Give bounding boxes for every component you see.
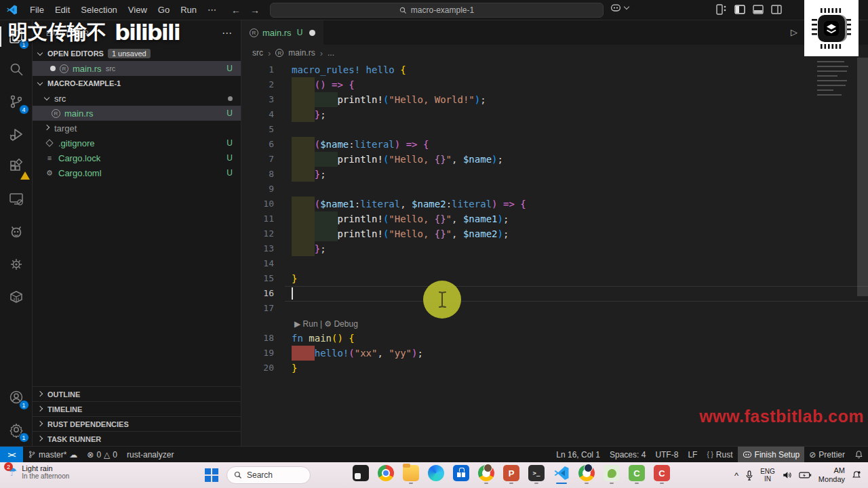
activitybar-containers[interactable]: [0, 281, 33, 313]
branch-name: master*: [39, 450, 66, 460]
activitybar-search[interactable]: [0, 53, 33, 85]
open-editor-main-rs[interactable]: R main.rs src U: [33, 61, 241, 76]
customize-layout-button[interactable]: [716, 4, 727, 15]
tree-file-main-rs[interactable]: R main.rs U: [33, 106, 241, 121]
language-mode-status[interactable]: { } Rust: [702, 447, 737, 463]
taskbar-file-explorer[interactable]: [403, 465, 419, 484]
weather-widget[interactable]: ☂2 Light rain In the afternoon: [7, 464, 69, 480]
pip-video-overlay[interactable]: [804, 0, 859, 56]
tree-file-cargo-lock[interactable]: ≡ Cargo.lock U: [33, 150, 241, 165]
eol-status[interactable]: LF: [683, 447, 702, 463]
taskbar-chrome-profile-2[interactable]: [578, 465, 595, 484]
menu-go[interactable]: Go: [153, 5, 175, 15]
code-area[interactable]: 1macro_rules! hello {2 () => {3 println!…: [241, 62, 868, 375]
breadcrumb-file[interactable]: main.rs: [288, 48, 315, 58]
toggle-sidebar-left-button[interactable]: [734, 4, 745, 15]
menu-run[interactable]: Run: [175, 5, 202, 15]
tree-file-gitignore[interactable]: .gitignore U: [33, 136, 241, 150]
folder-label: target: [54, 123, 77, 134]
taskbar-edge[interactable]: [428, 465, 444, 484]
panel-rust-dependencies[interactable]: RUST DEPENDENCIES: [33, 416, 241, 431]
finish-setup-button[interactable]: Finish Setup: [738, 447, 805, 463]
menu-file[interactable]: File: [24, 5, 50, 15]
problems-status[interactable]: ⊗0 △0: [82, 447, 122, 463]
panel-outline[interactable]: OUTLINE: [33, 386, 241, 401]
code-line: 16: [241, 286, 868, 301]
tree-folder-src[interactable]: src: [33, 91, 241, 106]
taskbar-camtasia-green[interactable]: C: [629, 465, 645, 484]
activitybar-remote-explorer[interactable]: [0, 183, 33, 216]
taskbar-powerpoint[interactable]: P: [503, 465, 519, 484]
taskbar-terminal[interactable]: >_: [528, 465, 545, 484]
start-button[interactable]: [205, 468, 218, 482]
activitybar-build-tools[interactable]: [0, 248, 33, 281]
activitybar-source-control[interactable]: 4: [0, 85, 33, 118]
taskbar-chrome-profile[interactable]: [478, 465, 494, 484]
gear-burst-icon: [8, 256, 24, 272]
menu-edit[interactable]: Edit: [50, 5, 75, 15]
tray-expand-button[interactable]: ^: [734, 470, 738, 481]
menu-view[interactable]: View: [123, 5, 153, 15]
language-switcher[interactable]: ENG IN: [760, 468, 775, 483]
indentation-status[interactable]: Spaces: 4: [605, 447, 650, 463]
rust-analyzer-status[interactable]: rust-analyzer: [122, 447, 178, 463]
taskbar-search[interactable]: Search: [226, 466, 311, 484]
speaker-icon[interactable]: [782, 470, 792, 480]
taskbar-task-view[interactable]: [353, 465, 369, 484]
tree-file-cargo-toml[interactable]: ⚙ Cargo.toml U: [33, 165, 241, 180]
battery-icon[interactable]: [799, 471, 812, 479]
run-debug-codelens[interactable]: ▶ Run | ⚙ Debug: [292, 319, 358, 329]
open-editors-header[interactable]: OPEN EDITORS 1 unsaved: [33, 46, 241, 61]
tab-main-rs[interactable]: R main.rs U: [241, 20, 323, 45]
panel-task-runner[interactable]: TASK RUNNER: [33, 431, 241, 446]
taskbar-notepad[interactable]: [604, 465, 620, 484]
git-branch-status[interactable]: master* ☁: [23, 447, 82, 463]
microphone-icon[interactable]: [745, 470, 753, 481]
notifications-bell-button[interactable]: [850, 447, 868, 463]
tree-folder-target[interactable]: target: [33, 121, 241, 136]
menu-selection[interactable]: Selection: [75, 5, 122, 15]
activitybar-extensions[interactable]: [0, 150, 33, 183]
nav-forward-button[interactable]: →: [250, 5, 260, 16]
language-bottom: IN: [760, 475, 775, 483]
run-file-button[interactable]: ▷: [791, 27, 797, 37]
code-line: 11 println!("Hello, {}", $name1);: [241, 211, 868, 226]
taskbar-store[interactable]: [453, 465, 469, 484]
activitybar-explorer[interactable]: 1: [0, 20, 33, 53]
activitybar-accounts[interactable]: 1: [0, 381, 33, 413]
toml-file-icon: ⚙: [45, 168, 54, 178]
project-section-header[interactable]: MACRO-EXAMPLE-1: [33, 76, 241, 91]
taskbar-vscode[interactable]: [553, 465, 570, 484]
panel-timeline[interactable]: TIMELINE: [33, 401, 241, 416]
minimap[interactable]: [817, 61, 852, 99]
activitybar-settings[interactable]: 1: [0, 413, 33, 446]
copilot-menu-button[interactable]: [610, 3, 630, 13]
toggle-sidebar-right-button[interactable]: [771, 4, 782, 15]
cursor-position-status[interactable]: Ln 16, Col 1: [551, 447, 605, 463]
notification-bell-icon[interactable]: [852, 470, 861, 480]
tab-modified-dot[interactable]: [309, 30, 315, 36]
sidebar-more-actions-button[interactable]: ⋯: [222, 27, 233, 39]
indent-guide-block: [292, 137, 315, 152]
taskbar-chrome[interactable]: [378, 465, 394, 484]
folder-label: src: [54, 94, 66, 104]
breadcrumb-symbol[interactable]: ...: [328, 48, 334, 58]
clock[interactable]: AM Monday: [818, 466, 845, 484]
activitybar-bug-tool[interactable]: [0, 216, 33, 248]
breadcrumb-src[interactable]: src: [252, 48, 263, 58]
remote-indicator-button[interactable]: ><: [0, 447, 23, 463]
codelens-row[interactable]: ▶ Run | ⚙ Debug: [241, 316, 868, 331]
command-center-search[interactable]: macro-example-1: [270, 3, 604, 18]
scrollbar-thumb[interactable]: [857, 58, 868, 296]
taskbar-camtasia-red[interactable]: C: [654, 465, 670, 484]
vscode-logo-icon: [6, 4, 18, 16]
nav-back-button[interactable]: ←: [231, 5, 241, 16]
menu-more[interactable]: ⋯: [202, 5, 222, 15]
toggle-panel-button[interactable]: [753, 4, 764, 15]
prettier-status[interactable]: ⊘ Prettier: [804, 447, 850, 463]
error-icon: ⊗: [87, 450, 94, 460]
activitybar-run-debug[interactable]: [0, 118, 33, 150]
finish-setup-label: Finish Setup: [755, 450, 800, 460]
encoding-status[interactable]: UTF-8: [650, 447, 683, 463]
camtasia-icon: C: [629, 465, 645, 481]
